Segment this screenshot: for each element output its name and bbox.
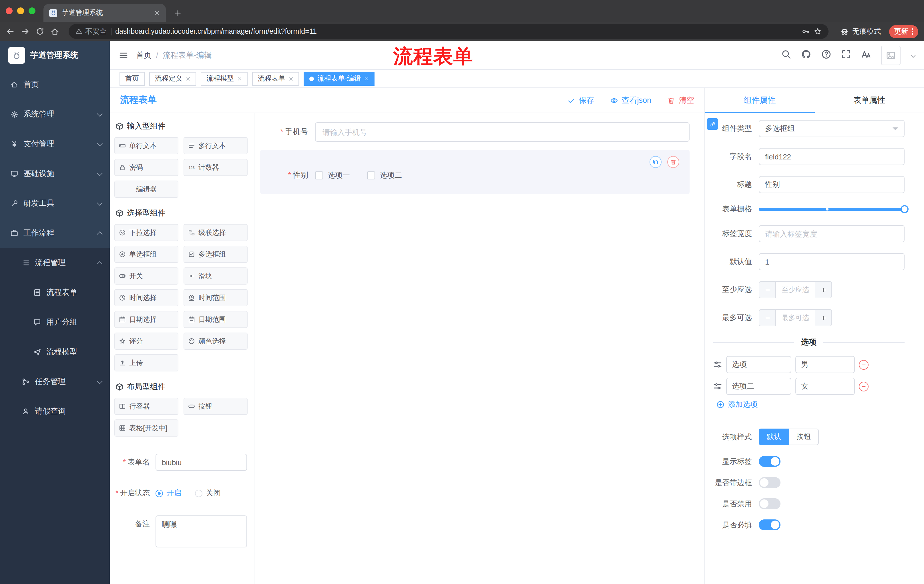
clear-button[interactable]: 清空 — [667, 95, 694, 105]
help-icon[interactable] — [821, 49, 832, 61]
search-icon[interactable] — [781, 49, 791, 61]
sidebar-item-home[interactable]: 首页 — [0, 70, 110, 99]
sidebar-item-leave-query[interactable]: 请假查询 — [0, 396, 110, 426]
disabled-toggle[interactable] — [759, 498, 780, 509]
key-icon[interactable] — [801, 28, 809, 35]
palette-item-checkbox-group[interactable]: 多选框组 — [183, 246, 248, 263]
sidebar-item-workflow[interactable]: 工作流程 — [0, 218, 110, 248]
avatar[interactable] — [881, 45, 901, 65]
field-name-input[interactable] — [759, 148, 904, 165]
palette-item-radio-group[interactable]: 单选框组 — [114, 246, 178, 263]
required-toggle[interactable] — [759, 520, 780, 530]
palette-item-color[interactable]: 颜色选择 — [183, 332, 248, 350]
style-default-button[interactable]: 默认 — [759, 429, 789, 445]
security-warning[interactable]: 不安全 — [76, 26, 107, 36]
minus-icon[interactable] — [759, 310, 776, 326]
app-logo[interactable]: 芋道管理系统 — [0, 41, 110, 70]
slider-track[interactable] — [759, 208, 904, 211]
close-icon[interactable] — [186, 76, 190, 81]
label-width-input[interactable] — [759, 225, 904, 242]
delete-field-button[interactable] — [667, 156, 679, 168]
window-minimize-button[interactable] — [17, 7, 24, 14]
browser-tab[interactable]: 芋道管理系统 — [43, 4, 166, 22]
plus-icon[interactable] — [815, 282, 832, 298]
palette-item-row-container[interactable]: 行容器 — [114, 398, 178, 415]
palette-item-cascade[interactable]: 级联选择 — [183, 224, 248, 241]
palette-item-dropdown[interactable]: 下拉选择 — [114, 224, 178, 241]
tag-home[interactable]: 首页 — [119, 72, 145, 86]
font-size-icon[interactable] — [861, 49, 871, 61]
view-json-button[interactable]: 查看json — [610, 95, 651, 105]
style-button-button[interactable]: 按钮 — [789, 429, 819, 445]
palette-item-date-range[interactable]: 日期范围 — [183, 311, 248, 328]
palette-item-rating[interactable]: 评分 — [114, 332, 178, 350]
remove-option-button[interactable] — [859, 382, 868, 391]
close-icon[interactable] — [289, 76, 293, 81]
bookmark-star-icon[interactable] — [813, 28, 822, 35]
palette-item-editor[interactable]: 编辑器 — [114, 181, 178, 198]
default-value-input[interactable] — [759, 253, 904, 270]
browser-menu-icon[interactable] — [912, 28, 913, 35]
github-icon[interactable] — [801, 49, 811, 61]
menu-fold-icon[interactable] — [119, 51, 128, 60]
phone-input[interactable] — [315, 122, 690, 142]
remove-option-button[interactable] — [859, 360, 868, 369]
component-type-select[interactable]: 多选框组 — [759, 120, 904, 137]
tab-component-props[interactable]: 组件属性 — [705, 88, 815, 113]
option-name-input[interactable] — [726, 356, 791, 373]
sidebar-item-process-model[interactable]: 流程模型 — [0, 337, 110, 367]
palette-item-slider[interactable]: 滑块 — [183, 267, 248, 285]
slider-handle[interactable] — [901, 205, 909, 213]
copy-field-button[interactable] — [650, 156, 662, 168]
home-icon[interactable] — [50, 27, 59, 36]
address-bar[interactable]: 不安全 dashboard.yudao.iocoder.cn/bpm/manag… — [69, 24, 828, 39]
checkbox-icon[interactable] — [367, 171, 375, 179]
status-on-radio[interactable]: 开启 — [155, 488, 181, 498]
show-label-toggle[interactable] — [759, 456, 780, 467]
tag-process-form-edit[interactable]: 流程表单-编辑 — [304, 72, 375, 86]
window-zoom-button[interactable] — [29, 7, 35, 14]
status-off-radio[interactable]: 关闭 — [195, 488, 221, 498]
max-select-input[interactable]: 最多可选 — [776, 310, 815, 326]
tab-form-props[interactable]: 表单属性 — [815, 88, 924, 113]
title-input[interactable] — [759, 176, 904, 193]
option-value-input[interactable] — [795, 356, 855, 373]
palette-item-date[interactable]: 日期选择 — [114, 311, 178, 328]
minus-icon[interactable] — [759, 282, 776, 298]
plus-icon[interactable] — [815, 310, 832, 326]
add-option-button[interactable]: 添加选项 — [716, 400, 904, 410]
chevron-down-icon[interactable] — [911, 53, 916, 58]
palette-item-multi-line[interactable]: 多行文本 — [183, 137, 248, 154]
canvas-field-gender-selected[interactable]: 性别 选项一 选项二 — [260, 150, 690, 194]
form-grid-slider[interactable] — [759, 204, 904, 214]
fullscreen-icon[interactable] — [841, 49, 851, 61]
palette-item-table[interactable]: 表格[开发中] — [114, 419, 178, 437]
palette-item-switch[interactable]: 开关 — [114, 267, 178, 285]
window-close-button[interactable] — [6, 7, 13, 14]
gender-option-2[interactable]: 选项二 — [367, 170, 402, 181]
palette-item-password[interactable]: 密码 — [114, 159, 178, 176]
palette-item-single-line[interactable]: 单行文本 — [114, 137, 178, 154]
canvas-field-phone[interactable]: 手机号 — [260, 122, 690, 142]
tag-process-form[interactable]: 流程表单 — [252, 72, 299, 86]
link-icon[interactable] — [707, 118, 718, 130]
drag-handle-icon[interactable] — [713, 382, 722, 391]
tab-close-icon[interactable] — [154, 10, 160, 16]
sidebar-item-process-form[interactable]: 流程表单 — [0, 278, 110, 308]
tag-process-model[interactable]: 流程模型 — [201, 72, 248, 86]
forward-icon[interactable] — [21, 27, 30, 36]
reload-icon[interactable] — [35, 27, 45, 36]
sidebar-item-infra[interactable]: 基础设施 — [0, 159, 110, 189]
option-name-input[interactable] — [726, 378, 791, 395]
save-button[interactable]: 保存 — [567, 95, 594, 105]
checkbox-icon[interactable] — [315, 171, 323, 179]
sidebar-item-devtools[interactable]: 研发工具 — [0, 189, 110, 218]
back-icon[interactable] — [6, 27, 15, 36]
palette-item-button[interactable]: 按钮 — [183, 398, 248, 415]
form-name-input[interactable] — [155, 454, 247, 471]
tag-process-definition[interactable]: 流程定义 — [149, 72, 196, 86]
palette-item-time[interactable]: 时间选择 — [114, 289, 178, 306]
form-remark-input[interactable]: 嘿嘿 — [155, 515, 247, 548]
url-text[interactable]: dashboard.yudao.iocoder.cn/bpm/manager/f… — [115, 28, 797, 35]
option-value-input[interactable] — [795, 378, 855, 395]
